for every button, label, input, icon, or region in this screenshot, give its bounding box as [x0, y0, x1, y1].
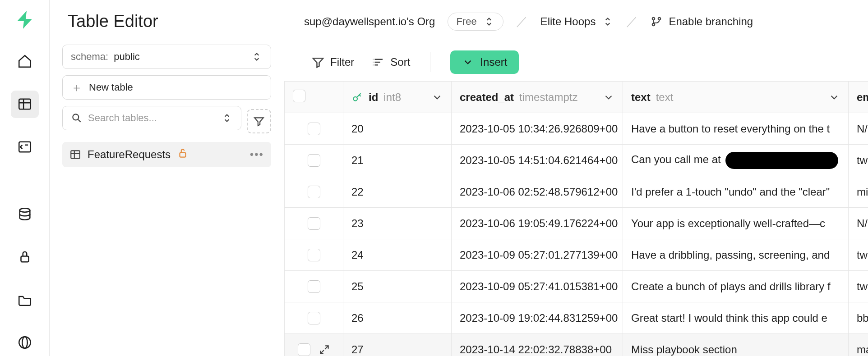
checkbox[interactable]	[308, 217, 320, 230]
nav-sql-icon[interactable]	[11, 133, 39, 161]
new-table-label: New table	[89, 82, 133, 93]
cell-id[interactable]: 21	[343, 145, 452, 176]
checkbox[interactable]	[298, 343, 310, 356]
column-header-created-at[interactable]: created_at timestamptz	[452, 82, 623, 113]
table-row[interactable]: 272023-10-14 22:02:32.78838+00Miss playb…	[285, 334, 868, 356]
cell-created-at[interactable]: 2023-10-14 22:02:32.78838+00	[452, 334, 623, 356]
cell-text[interactable]: Have a dribbling, passing, screening, an…	[623, 239, 849, 271]
column-header-checkbox[interactable]	[285, 82, 343, 113]
cell-created-at[interactable]: 2023-10-06 02:52:48.579612+00	[452, 176, 623, 208]
cell-text[interactable]: Can you call me at	[623, 145, 849, 176]
cell-em[interactable]: tw	[849, 239, 868, 271]
column-header-text[interactable]: text text	[623, 82, 849, 113]
svg-marker-19	[313, 58, 323, 67]
more-icon[interactable]: •••	[250, 148, 264, 161]
checkbox[interactable]	[308, 123, 320, 135]
nav-table-editor-icon[interactable]	[11, 91, 39, 118]
chevron-up-down-icon	[602, 16, 614, 27]
column-header-em[interactable]: em	[849, 82, 868, 113]
cell-id[interactable]: 26	[343, 302, 452, 334]
checkbox[interactable]	[308, 312, 320, 324]
svg-rect-6	[21, 256, 28, 262]
checkbox[interactable]	[308, 280, 320, 293]
checkbox[interactable]	[308, 186, 320, 198]
sort-button[interactable]: Sort	[371, 55, 410, 69]
table-row[interactable]: 202023-10-05 10:34:26.926809+00Have a bu…	[285, 113, 868, 145]
expand-icon[interactable]	[319, 344, 330, 356]
cell-em[interactable]: tw	[849, 145, 868, 176]
cell-id[interactable]: 25	[343, 271, 452, 302]
schema-select[interactable]: schema: public	[62, 45, 271, 69]
filter-tables-button[interactable]	[247, 109, 271, 133]
svg-point-7	[19, 337, 31, 348]
svg-point-8	[22, 337, 27, 348]
cell-id[interactable]: 20	[343, 113, 452, 145]
cell-id[interactable]: 27	[343, 334, 452, 356]
nav-auth-icon[interactable]	[11, 243, 39, 270]
row-checkbox-cell[interactable]	[285, 239, 343, 271]
plan-pill[interactable]: Free	[448, 13, 503, 31]
filter-button[interactable]: Filter	[311, 55, 354, 69]
column-header-id[interactable]: id int8	[343, 82, 452, 113]
nav-home-icon[interactable]	[11, 48, 39, 75]
chevron-up-down-icon	[483, 16, 495, 27]
new-table-button[interactable]: ＋ New table	[62, 75, 271, 100]
chevron-down-icon[interactable]	[603, 91, 614, 103]
cell-text[interactable]: Your app is exceptionally well-crafted—c	[623, 208, 849, 239]
search-tables-input[interactable]: Search tables...	[62, 106, 241, 130]
nav-realtime-icon[interactable]	[11, 329, 39, 356]
cell-em[interactable]: N/	[849, 113, 868, 145]
checkbox[interactable]	[308, 249, 320, 261]
breadcrumb-sep: ／	[516, 14, 528, 29]
chevron-down-icon[interactable]	[828, 91, 840, 103]
row-checkbox-cell[interactable]	[285, 334, 343, 356]
table-row[interactable]: 212023-10-05 14:51:04.621464+00Can you c…	[285, 145, 868, 176]
cell-text[interactable]: Create a bunch of plays and drills libra…	[623, 271, 849, 302]
breadcrumb-org[interactable]: sup@daywellspent.io's Org	[304, 15, 435, 28]
row-checkbox-cell[interactable]	[285, 302, 343, 334]
table-row[interactable]: 232023-10-06 19:05:49.176224+00Your app …	[285, 208, 868, 239]
cell-em[interactable]: mi	[849, 176, 868, 208]
table-row[interactable]: 262023-10-09 19:02:44.831259+00Great sta…	[285, 302, 868, 334]
cell-id[interactable]: 24	[343, 239, 452, 271]
cell-em[interactable]: tw	[849, 271, 868, 302]
chevron-down-icon[interactable]	[431, 91, 443, 103]
main-content: sup@daywellspent.io's Org Free ／ Elite H…	[284, 0, 868, 356]
table-row[interactable]: 252023-10-09 05:27:41.015381+00Create a …	[285, 271, 868, 302]
breadcrumb-project[interactable]: Elite Hoops	[540, 15, 614, 28]
row-checkbox-cell[interactable]	[285, 208, 343, 239]
cell-text[interactable]: Miss playbook section	[623, 334, 849, 356]
nav-database-icon[interactable]	[11, 200, 39, 228]
svg-rect-0	[19, 99, 31, 110]
plus-icon: ＋	[71, 80, 83, 96]
cell-text[interactable]: Have a button to reset everything on the…	[623, 113, 849, 145]
cell-text[interactable]: I'd prefer a 1-touch "undo" and the "cle…	[623, 176, 849, 208]
page-title: Table Editor	[68, 12, 266, 31]
row-checkbox-cell[interactable]	[285, 176, 343, 208]
row-checkbox-cell[interactable]	[285, 145, 343, 176]
cell-id[interactable]: 22	[343, 176, 452, 208]
cell-created-at[interactable]: 2023-10-05 14:51:04.621464+00	[452, 145, 623, 176]
row-checkbox-cell[interactable]	[285, 271, 343, 302]
checkbox[interactable]	[293, 90, 305, 102]
table-item-featurerequests[interactable]: FeatureRequests •••	[62, 142, 271, 167]
insert-button[interactable]: Insert	[450, 50, 519, 74]
table-row[interactable]: 222023-10-06 02:52:48.579612+00I'd prefe…	[285, 176, 868, 208]
cell-created-at[interactable]: 2023-10-09 19:02:44.831259+00	[452, 302, 623, 334]
row-checkbox-cell[interactable]	[285, 113, 343, 145]
cell-id[interactable]: 23	[343, 208, 452, 239]
cell-created-at[interactable]: 2023-10-06 19:05:49.176224+00	[452, 208, 623, 239]
table-row[interactable]: 242023-10-09 05:27:01.277139+00Have a dr…	[285, 239, 868, 271]
nav-storage-icon[interactable]	[11, 286, 39, 313]
divider	[430, 52, 430, 72]
cell-em[interactable]: N/	[849, 208, 868, 239]
cell-em[interactable]: bb	[849, 302, 868, 334]
svg-point-17	[652, 23, 655, 25]
cell-created-at[interactable]: 2023-10-09 05:27:01.277139+00	[452, 239, 623, 271]
checkbox[interactable]	[308, 154, 320, 167]
cell-created-at[interactable]: 2023-10-05 10:34:26.926809+00	[452, 113, 623, 145]
cell-em[interactable]: ma	[849, 334, 868, 356]
breadcrumb-branch[interactable]: Enable branching	[651, 15, 753, 28]
cell-created-at[interactable]: 2023-10-09 05:27:41.015381+00	[452, 271, 623, 302]
cell-text[interactable]: Great start! I would think this app coul…	[623, 302, 849, 334]
